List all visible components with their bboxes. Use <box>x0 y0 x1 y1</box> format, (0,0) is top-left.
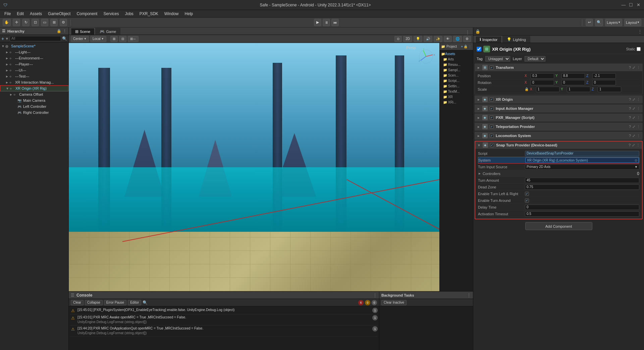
teleport-menu-icon[interactable]: ⋮ <box>637 125 640 129</box>
transform-help-icon[interactable]: ? <box>629 65 631 70</box>
enable-turn-around-checkbox[interactable] <box>525 199 529 203</box>
enable-turn-lr-checkbox[interactable] <box>525 192 529 196</box>
scale-z-input[interactable] <box>598 87 621 92</box>
teleport-settings-icon[interactable]: ⤢ <box>632 125 635 129</box>
transform-checkbox[interactable] <box>490 65 494 70</box>
scene-viewport[interactable]: X Y Z Persp <box>69 43 439 291</box>
delay-time-input[interactable] <box>525 205 639 210</box>
custom-tool-btn[interactable]: ⚙ <box>60 19 67 26</box>
position-x-input[interactable] <box>531 73 554 79</box>
hierarchy-item-xrorigin[interactable]: ▼ ○ XR Origin (XR Rig) <box>0 85 68 91</box>
locomotion-header[interactable]: ► ◈ Locomotion System ? ⤢ ⋮ <box>475 132 642 139</box>
lighting-tab[interactable]: 💡 Lighting <box>502 36 530 43</box>
system-field[interactable]: XR Origin (XR Rig) (Locomotion System) ⊙ <box>525 158 639 163</box>
folder-xr[interactable]: 📁 XR <box>440 94 472 99</box>
2d-btn[interactable]: 2D <box>403 36 412 42</box>
game-tab[interactable]: 🎮 Game <box>95 28 120 35</box>
menu-jobs[interactable]: Jobs <box>122 11 136 17</box>
console-clear-btn[interactable]: Clear <box>71 300 84 305</box>
teleport-header[interactable]: ► ◈ Teleportation Provider ? ⤢ ⋮ <box>475 123 642 130</box>
position-z-input[interactable] <box>592 73 616 79</box>
turn-amount-input[interactable] <box>525 178 639 183</box>
folder-xri[interactable]: 📁 XRi... <box>440 99 472 105</box>
hierarchy-item-rightcontroller[interactable]: 🎮 Right Controller <box>0 110 68 116</box>
input-action-settings-icon[interactable]: ⤢ <box>632 106 635 111</box>
tag-select[interactable]: Untagged <box>485 56 510 61</box>
move-tool-btn[interactable]: ✛ <box>13 19 20 26</box>
close-btn[interactable]: ✕ <box>636 3 641 7</box>
assets-label[interactable]: 📁 Assets <box>440 51 472 56</box>
play-button[interactable]: ▶ <box>314 19 321 26</box>
console-search-icon[interactable]: 🔍 <box>143 300 148 305</box>
fx-btn[interactable]: ✨ <box>434 36 442 42</box>
console-editor-btn[interactable]: Editor <box>128 300 141 305</box>
scene-tab[interactable]: ⊞ Scene <box>71 28 95 35</box>
proj-plus-btn[interactable]: + <box>461 45 463 48</box>
hierarchy-item-ui[interactable]: ► ○ ---UI--- <box>0 67 68 73</box>
hierarchy-item-maincamera[interactable]: 📷 Main Camera <box>0 97 68 103</box>
xr-origin-settings-icon[interactable]: ⤢ <box>632 97 635 102</box>
pxr-manager-header[interactable]: ► ◈ PXR_Manager (Script) ? ⤢ ⋮ <box>475 114 642 121</box>
scale-tool-btn[interactable]: ⊡ <box>32 19 39 26</box>
folder-arts[interactable]: 📁 Arts <box>440 56 472 62</box>
local-dropdown[interactable]: Local ▼ <box>90 36 106 42</box>
locomotion-help-icon[interactable]: ? <box>629 134 631 138</box>
pxr-checkbox[interactable] <box>490 116 494 120</box>
menu-edit[interactable]: Edit <box>14 11 26 17</box>
xr-origin-header[interactable]: ► ◈ XR Origin ? ⤢ ⋮ <box>475 96 642 103</box>
xr-origin-checkbox[interactable] <box>490 97 494 101</box>
skybox-btn[interactable]: 🌐 <box>453 36 462 42</box>
rotation-x-input[interactable] <box>531 80 554 85</box>
console-entry-3[interactable]: ⚠ [15:44:20] PXR MRC OnApplicationQuit o… <box>70 325 378 337</box>
menu-gameobject[interactable]: GameObject <box>45 11 73 17</box>
clear-inactive-btn[interactable]: Clear Inactive <box>381 300 407 305</box>
transform-tool-btn[interactable]: ⊞ <box>50 19 58 26</box>
gizmos-toggle[interactable]: ⚙ <box>463 36 471 42</box>
inspector-lock-btn[interactable]: 🔒 <box>475 29 480 34</box>
search-btn[interactable]: 🔍 <box>595 19 603 26</box>
scale-x-input[interactable] <box>536 87 559 92</box>
transform-header[interactable]: ► ⊞ Transform ? ⤢ ⋮ <box>475 64 642 71</box>
static-checkbox[interactable] <box>637 47 641 51</box>
folder-textm[interactable]: 📁 TextM... <box>440 89 472 94</box>
folder-scripts[interactable]: 📁 Script... <box>440 78 472 83</box>
hierarchy-search-btn[interactable]: 🔍 <box>62 36 67 41</box>
target-icon[interactable]: ⊙ <box>635 159 637 162</box>
hierarchy-lock-icon[interactable]: 🔒 <box>57 29 61 33</box>
hierarchy-item-samplescene[interactable]: ▼ ◎ SampleScene* <box>0 43 68 49</box>
scene-visibility-btn[interactable]: 👁 <box>444 36 452 42</box>
layers-dropdown[interactable]: Layers ▼ <box>605 19 622 26</box>
xr-origin-menu-icon[interactable]: ⋮ <box>637 97 640 102</box>
inspector-tab[interactable]: ℹ Inspector <box>475 36 502 43</box>
folder-sample[interactable]: 📁 Sampl... <box>440 67 472 73</box>
snap-turn-help-icon[interactable]: ? <box>629 143 631 147</box>
script-field[interactable]: DeviceBasedSnapTurnProvider <box>525 151 639 156</box>
rect-tool-btn[interactable]: ▭ <box>41 19 48 26</box>
rotation-y-input[interactable] <box>561 80 585 85</box>
xr-origin-help-icon[interactable]: ? <box>629 97 631 102</box>
lights-btn[interactable]: 💡 <box>414 36 422 42</box>
hierarchy-item-xrinteraction[interactable]: ► ○ XR Interaction Manag... <box>0 79 68 85</box>
folder-settings[interactable]: 📁 Settin... <box>440 83 472 89</box>
scene-menu-icon[interactable]: ⋮ <box>464 30 471 35</box>
menu-help[interactable]: Help <box>182 11 196 17</box>
teleport-checkbox[interactable] <box>490 125 494 129</box>
input-action-help-icon[interactable]: ? <box>629 106 631 111</box>
console-menu-btn[interactable]: ⋮ <box>373 293 377 298</box>
pause-button[interactable]: ⏸ <box>323 19 330 26</box>
console-entry-2[interactable]: ⚠ [15:43:01] PXR MRC Awake openMRC = Tru… <box>70 314 378 325</box>
minimize-btn[interactable]: — <box>621 3 626 7</box>
activation-timeout-input[interactable] <box>525 211 639 217</box>
inspector-menu-btn[interactable]: ⋮ <box>638 29 642 34</box>
pxr-menu-icon[interactable]: ⋮ <box>637 116 640 120</box>
add-component-button[interactable]: Add Component <box>525 222 592 230</box>
scale-y-input[interactable] <box>567 87 590 92</box>
console-collapse-btn[interactable]: Collapse <box>85 300 103 305</box>
undo-btn[interactable]: ↩ <box>586 19 593 26</box>
snap-btn[interactable]: ⊟ <box>119 36 126 42</box>
teleport-help-icon[interactable]: ? <box>629 125 631 129</box>
folder-resources[interactable]: 📁 Resou... <box>440 62 472 67</box>
hierarchy-add-btn[interactable]: + <box>1 36 4 41</box>
locomotion-checkbox[interactable] <box>490 134 494 138</box>
locomotion-menu-icon[interactable]: ⋮ <box>637 134 640 138</box>
